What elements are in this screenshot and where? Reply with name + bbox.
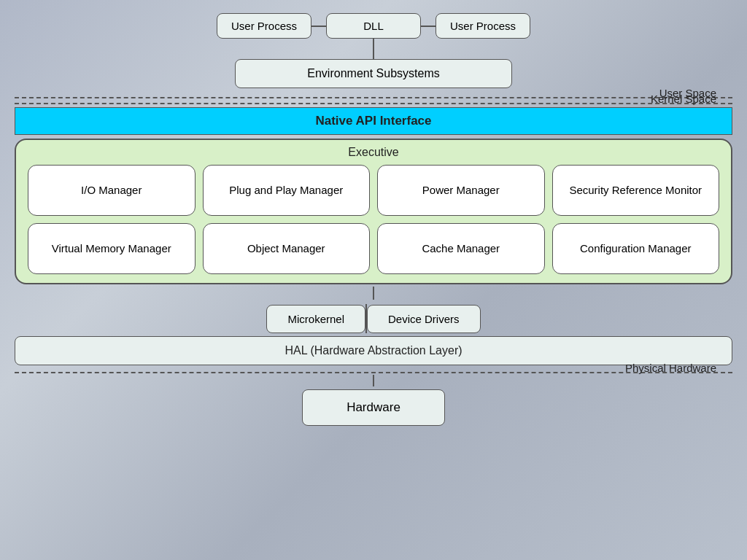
device-drivers-label: Device Drivers: [388, 313, 460, 325]
kernel-space-label: Kernel Space: [651, 93, 716, 105]
executive-label: Executive: [28, 146, 719, 159]
config-manager-label: Configuration Manager: [580, 241, 692, 256]
physical-hardware-label: Physical Hardware: [625, 362, 716, 374]
virtual-memory-box: Virtual Memory Manager: [28, 223, 196, 274]
hardware-label: Hardware: [347, 400, 400, 414]
line-exec-to-mid: [373, 287, 374, 300]
plug-play-box: Plug and Play Manager: [203, 165, 371, 216]
hal-bar: HAL (Hardware Abstraction Layer): [15, 336, 732, 365]
virtual-memory-label: Virtual Memory Manager: [52, 241, 171, 256]
architecture-diagram: User Process DLL User Process Environmen…: [0, 0, 747, 560]
microkernel-label: Microkernel: [287, 313, 344, 325]
kernel-space-separator: Kernel Space: [15, 100, 732, 104]
power-manager-label: Power Manager: [422, 183, 500, 198]
env-row: Environment Subsystems: [15, 59, 732, 88]
user-space-dashed-line: [15, 97, 732, 98]
line-top-to-env: [373, 39, 374, 59]
io-manager-box: I/O Manager: [28, 165, 196, 216]
user-space-separator: User Space: [15, 94, 732, 98]
object-manager-label: Object Manager: [247, 241, 325, 256]
security-monitor-box: Security Reference Monitor: [552, 165, 720, 216]
user-process-2-box: User Process: [436, 13, 530, 39]
exec-grid: I/O Manager Plug and Play Manager Power …: [28, 165, 719, 274]
security-monitor-label: Security Reference Monitor: [569, 183, 702, 198]
connector-h1: [311, 26, 326, 27]
config-manager-box: Configuration Manager: [552, 223, 720, 274]
plug-play-label: Plug and Play Manager: [229, 183, 343, 198]
cache-manager-label: Cache Manager: [422, 241, 500, 256]
user-process-1-box: User Process: [217, 13, 311, 39]
hal-label: HAL (Hardware Abstraction Layer): [285, 344, 462, 357]
microkernel-box: Microkernel: [266, 305, 365, 333]
power-manager-box: Power Manager: [377, 165, 545, 216]
line-hal-to-hw: [373, 375, 374, 386]
env-subsystems-box: Environment Subsystems: [235, 59, 512, 88]
dll-box: DLL: [326, 13, 421, 39]
kernel-space-dashed-line: [15, 103, 732, 104]
user-process-1-label: User Process: [231, 20, 297, 32]
env-subsystems-label: Environment Subsystems: [307, 67, 439, 79]
mid-row: Microkernel Device Drivers: [266, 304, 480, 333]
native-api-bar: Native API Interface: [15, 107, 732, 135]
dll-label: DLL: [363, 20, 384, 32]
user-process-2-label: User Process: [450, 20, 516, 32]
device-drivers-box: Device Drivers: [367, 305, 481, 333]
native-api-label: Native API Interface: [315, 114, 431, 128]
physical-hardware-separator: Physical Hardware: [15, 369, 732, 373]
io-manager-label: I/O Manager: [81, 183, 142, 198]
object-manager-box: Object Manager: [203, 223, 371, 274]
executive-container: Executive I/O Manager Plug and Play Mana…: [15, 139, 732, 284]
cache-manager-box: Cache Manager: [377, 223, 545, 274]
hardware-box: Hardware: [302, 389, 445, 426]
connector-h2: [421, 26, 436, 27]
